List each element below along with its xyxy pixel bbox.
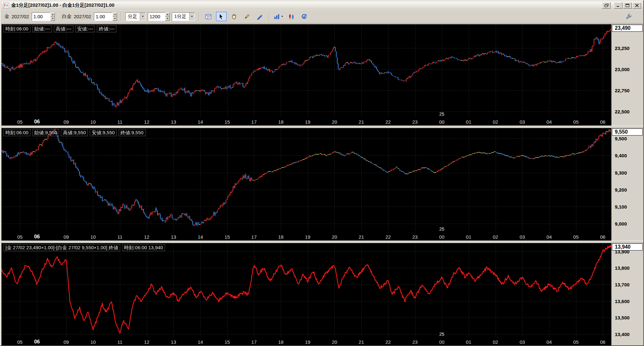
spinner-down-button[interactable]: ▼ (50, 17, 55, 21)
x-axis-label: 05 (17, 234, 23, 240)
platinum-price-axis[interactable]: 9,5009,4009,3009,2009,1009,0009,550 (611, 128, 644, 241)
bar-type-dropdown[interactable]: 分足 ▼ (125, 12, 146, 21)
restore-window-button[interactable] (602, 2, 611, 9)
wrench-icon[interactable] (623, 12, 634, 21)
status-field: 安値:9,550 (90, 129, 117, 136)
platinum-contract-month[interactable]: 2027/02 (74, 14, 91, 19)
x-axis-label: 01 (466, 234, 472, 240)
bar-chart-dropdown-icon[interactable]: ▼ (273, 12, 284, 21)
toolbar-separator (269, 12, 270, 21)
y-axis-label: 13,600 (612, 299, 642, 304)
x-axis-label: 02 (493, 119, 498, 125)
x-axis-label: 06 (600, 119, 606, 125)
x-axis-label: 18 (278, 339, 284, 345)
x-axis-label: 12 (144, 234, 149, 240)
svg-text:R: R (303, 15, 305, 18)
status-field: 安値:--- (75, 25, 95, 32)
status-field: 始値:9,550 (32, 129, 59, 136)
status-field: 時刻:06:00 (4, 25, 30, 32)
minimize-button[interactable] (614, 2, 623, 9)
platinum-quote-status-bar: 時刻:06:00始値:9,550高値:9,550安値:9,550終値:9,550 (4, 129, 146, 136)
x-axis-label: 13 (171, 234, 176, 240)
x-axis-label: 14 (198, 119, 203, 125)
reload-icon[interactable]: R (299, 12, 310, 21)
spinner-up-button[interactable]: ▲ (50, 12, 55, 17)
timeframe-value: 1分足 (174, 13, 189, 20)
x-axis-label: 02 (493, 234, 498, 240)
date-marker: 25 (439, 332, 444, 337)
x-axis-label: 15 (224, 119, 230, 125)
y-axis-label: 22,500 (612, 109, 642, 114)
y-axis-label: 22,750 (612, 88, 642, 93)
y-axis-label: 13,800 (612, 265, 642, 271)
x-axis-label: 11 (117, 119, 122, 125)
x-axis-label: 14 (198, 339, 203, 345)
chevron-down-icon[interactable]: ▼ (189, 13, 195, 21)
pencil-tool-icon[interactable] (242, 12, 252, 21)
spinner-down-button[interactable]: ▼ (165, 17, 170, 21)
x-axis-label: 19 (305, 119, 310, 125)
current-price-badge: 23,490 (612, 25, 643, 32)
x-axis-label: 17 (251, 339, 257, 345)
spread-price-axis[interactable]: 13,90013,80013,70013,60013,50013,40013,9… (611, 243, 644, 346)
status-field: 終値:--- (97, 25, 116, 32)
pan-hand-icon[interactable] (229, 12, 239, 21)
x-axis-label: 09 (63, 234, 69, 240)
x-axis-label: 18 (278, 234, 284, 240)
gold-label: 金 (4, 13, 9, 20)
maximize-icon (626, 4, 630, 7)
x-axis-label: 05 (573, 119, 579, 125)
gold-time-axis: 0506091011121314151718192021222300010203… (2, 117, 611, 126)
title-bar[interactable]: 金1分足[2027/02]1.00 - 白金1分足[2027/02]1.00 (1, 1, 643, 10)
x-axis-label: 22 (386, 234, 391, 240)
x-axis-label: 17 (251, 234, 257, 240)
spread-chart-canvas[interactable] (2, 243, 611, 337)
select-tool-icon[interactable] (216, 12, 227, 21)
close-button[interactable] (632, 2, 641, 9)
chart-application-window: 金1分足[2027/02]1.00 - 白金1分足[2027/02]1.00 (0, 0, 644, 346)
x-axis-label: 06 (34, 339, 40, 345)
x-axis-label: 05 (17, 119, 23, 125)
x-axis-label: 17 (251, 119, 257, 125)
gold-price-axis[interactable]: 23,25023,00022,75022,50023,490 (611, 24, 644, 126)
y-axis-label: 23,250 (612, 45, 642, 51)
timeframe-dropdown[interactable]: 1分足 ▼ (172, 12, 195, 21)
bar-count-input[interactable] (148, 12, 165, 21)
gold-price-chart-canvas[interactable] (2, 24, 611, 117)
x-axis-label: 01 (466, 339, 472, 345)
x-axis-label: 14 (198, 234, 203, 240)
spread-plot-area: [金 27/02 23,490×1.00]-[白金 27/02 9,550×1.… (2, 243, 611, 346)
x-axis-label: 00 (439, 339, 445, 345)
spinner-up-button[interactable]: ▲ (165, 12, 170, 17)
layout-icon[interactable] (203, 12, 214, 21)
platinum-plot-area: 時刻:06:00始値:9,550高値:9,550安値:9,550終値:9,550… (2, 128, 611, 241)
bar-count-spinner: ▲ ▼ (165, 12, 170, 21)
platinum-time-axis: 0506091011121314151718192021222300010203… (2, 232, 611, 241)
platinum-label: 白金 (62, 13, 71, 20)
gold-quote-status-bar: 時刻:06:00始値:---高値:---安値:---終値:--- (4, 25, 116, 32)
chart-panel-gold: 時刻:06:00始値:---高値:---安値:---終値:--- 0506091… (1, 24, 644, 126)
x-axis-label: 21 (359, 119, 364, 125)
x-axis-label: 11 (117, 339, 122, 345)
x-axis-label: 21 (359, 339, 364, 345)
gold-multiplier-input[interactable] (32, 12, 50, 21)
bar-type-value: 分足 (128, 13, 140, 20)
toolbar-separator (199, 12, 199, 21)
x-axis-label: 06 (34, 119, 40, 125)
platinum-multiplier-input[interactable] (94, 12, 113, 21)
y-axis-label: 13,700 (612, 282, 642, 287)
candlestick-indicator-icon[interactable] (286, 12, 297, 21)
x-axis-label: 13 (171, 339, 176, 345)
gold-contract-month[interactable]: 2027/02 (12, 14, 29, 19)
toolbar: 金 2027/02 ▲ ▼ 白金 2027/02 ▲ ▼ 分足 ▼ (1, 10, 643, 23)
x-axis-label: 15 (224, 339, 230, 345)
gold-plot-area: 時刻:06:00始値:---高値:---安値:---終値:--- 0506091… (2, 24, 611, 126)
x-axis-label: 10 (90, 119, 96, 125)
x-axis-label: 19 (305, 234, 310, 240)
chevron-down-icon[interactable]: ▼ (140, 13, 145, 21)
platinum-price-chart-canvas[interactable] (2, 128, 611, 232)
spinner-up-button[interactable]: ▲ (113, 12, 117, 17)
maximize-button[interactable] (623, 2, 632, 9)
spinner-down-button[interactable]: ▼ (113, 17, 117, 21)
pen-tool-icon[interactable] (255, 12, 265, 21)
